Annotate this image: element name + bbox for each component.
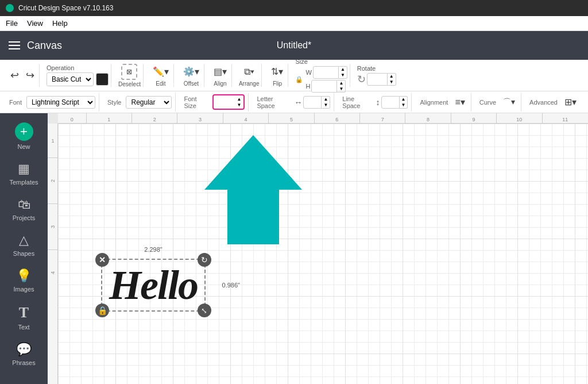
flip-group: ⇅▾ Flip [266,64,288,87]
width-down-arrow[interactable]: ▼ [339,72,347,78]
height-up-arrow[interactable]: ▲ [337,80,345,86]
rotate-handle[interactable]: ↻ [198,253,211,267]
advanced-button[interactable]: ⊞▾ [562,94,579,110]
advanced-group: Advanced ⊞▾ [526,93,582,112]
canvas-grid[interactable]: 2.298" 0.986" Hello ✕ ↻ [58,124,588,384]
lock-handle[interactable]: 🔒 [95,304,109,317]
operation-group: Operation Basic Cut [44,64,111,87]
ruler-mark-8: 8 [405,113,451,123]
deselect-group: ⊠ Deselect [116,64,144,87]
app-title: Cricut Design Space v7.10.163 [18,4,113,12]
redo-button[interactable]: ↪ [24,67,37,84]
line-space-input[interactable]: 1 [381,96,400,109]
curve-button[interactable]: ⌒▾ [501,95,517,110]
edit-button[interactable]: ✏️▾ [150,64,171,79]
templates-icon: ▦ [18,162,30,176]
height-down-arrow[interactable]: ▼ [337,86,345,92]
sidebar-item-templates[interactable]: ▦ Templates [4,157,44,190]
line-space-up-arrow[interactable]: ▲ [400,97,408,102]
sidebar-item-new[interactable]: + New [4,118,44,155]
operation-select[interactable]: Basic Cut [47,72,94,86]
letter-space-up-arrow[interactable]: ▲ [322,97,330,102]
flip-button[interactable]: ⇅▾ [269,64,285,79]
ruler-mark-2: 2 [132,113,177,123]
ruler-mark-7: 7 [360,113,405,123]
deselect-button[interactable]: ⊠ [121,64,137,80]
flip-label: Flip [273,80,282,87]
font-size-input[interactable]: 72 [214,96,235,108]
teal-arrow [196,132,311,249]
menu-view[interactable]: View [27,19,43,28]
document-title: Untitled* [277,40,311,51]
deselect-label: Deselect [118,81,141,87]
alignment-label: Alignment [420,99,448,106]
font-size-up-arrow[interactable]: ▲ [235,97,243,102]
rotate-input[interactable]: 0 [367,73,388,86]
undo-button[interactable]: ↩ [8,67,21,84]
color-swatch[interactable] [96,73,109,86]
selection-box: Hello ✕ ↻ 🔒 ⤡ [101,259,206,312]
alignment-button[interactable]: ≡▾ [452,94,467,110]
new-icon: + [15,122,33,141]
font-size-down-arrow[interactable]: ▼ [235,102,243,108]
rotate-icon: ↻ [201,255,208,264]
width-label: W [305,69,311,76]
rotate-label: Rotate [357,65,396,72]
scale-handle[interactable]: ⤡ [198,304,211,317]
app-logo [6,4,14,12]
sidebar-item-label-projects: Projects [13,214,36,221]
height-input[interactable]: 0.986 [311,80,337,93]
rotate-down-arrow[interactable]: ▼ [388,79,396,85]
menu-bar: File View Help [0,16,588,31]
style-label: Style [107,99,121,106]
line-space-icon: ↕ [376,98,380,107]
align-label: Align [214,80,226,87]
sidebar-item-text[interactable]: T Text [4,299,44,335]
menu-help[interactable]: Help [52,19,68,28]
font-toolbar: Font Lightning Script Style Regular Font… [0,91,588,113]
height-label: H [305,83,310,90]
hello-selection[interactable]: 2.298" 0.986" Hello ✕ ↻ [101,259,206,312]
offset-button[interactable]: ⚙️▾ [181,64,202,79]
font-select[interactable]: Lightning Script [26,96,95,109]
letter-space-group: Letter Space ↔ 0 ▲ ▼ [253,93,334,112]
hello-text[interactable]: Hello [109,264,198,306]
sidebar-item-projects[interactable]: 🛍 Projects [4,193,44,226]
letter-space-input[interactable]: 0 [303,96,322,109]
x-icon: ✕ [99,255,106,264]
ruler-top: 0 1 2 3 4 5 6 7 8 9 10 11 [58,113,588,124]
sidebar-item-images[interactable]: 💡 Images [4,264,44,297]
letter-space-label: Letter Space [257,95,289,109]
menu-file[interactable]: File [6,19,18,28]
arrange-button[interactable]: ⧉▾ [242,64,257,79]
sidebar-item-label-images: Images [13,286,34,293]
rotate-up-arrow[interactable]: ▲ [388,74,396,79]
align-group: ▤▾ Align [209,64,232,87]
arrange-label: Arrange [239,80,260,87]
ruler-side: 1 2 3 4 [48,124,58,384]
ruler-mark-6: 6 [315,113,360,123]
sidebar-item-phrases[interactable]: 💬 Phrases [4,337,44,371]
align-button[interactable]: ▤▾ [211,64,229,79]
ruler-mark-10: 10 [497,113,542,123]
sidebar-item-shapes[interactable]: △ Shapes [4,228,44,262]
delete-handle[interactable]: ✕ [95,253,109,267]
projects-icon: 🛍 [18,197,30,212]
edit-label: Edit [156,80,165,87]
canvas-wrapper: 0 1 2 3 4 5 6 7 8 9 10 11 1 2 3 4 [48,113,588,384]
images-icon: 💡 [16,268,32,283]
letter-space-down-arrow[interactable]: ▼ [322,102,330,108]
ruler-mark-4: 4 [223,113,269,123]
style-select[interactable]: Regular [126,96,172,109]
font-group: Font Lightning Script [6,93,99,112]
ruler-mark-3: 3 [177,113,223,123]
line-space-down-arrow[interactable]: ▼ [400,102,408,108]
width-up-arrow[interactable]: ▲ [339,67,347,72]
text-icon: T [19,304,29,321]
content-area: + New ▦ Templates 🛍 Projects △ Shapes 💡 … [0,113,588,384]
offset-group: ⚙️▾ Offset [179,64,204,87]
width-input[interactable]: 2.298 [313,66,339,79]
ruler-mark-11: 11 [543,113,588,123]
operation-label: Operation [47,64,109,71]
hamburger-button[interactable] [9,41,20,49]
